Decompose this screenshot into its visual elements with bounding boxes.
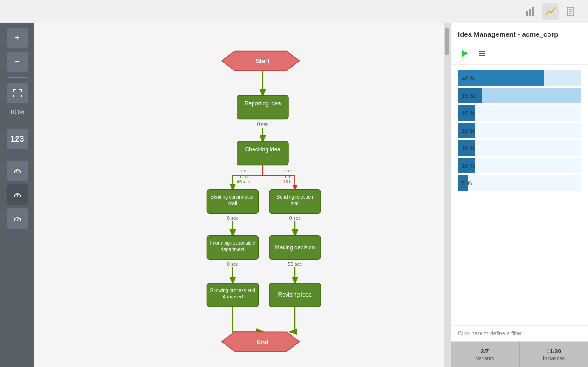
svg-text:Reporting idea: Reporting idea bbox=[244, 100, 281, 107]
zoom-in-btn[interactable]: + bbox=[7, 28, 28, 48]
list-button[interactable] bbox=[475, 47, 488, 60]
play-button[interactable] bbox=[458, 47, 471, 60]
svg-text:0 sec: 0 sec bbox=[289, 216, 301, 221]
svg-text:1 d: 1 d bbox=[284, 174, 290, 179]
svg-rect-18 bbox=[237, 141, 288, 165]
svg-line-10 bbox=[17, 218, 19, 221]
left-sidebar: + − 100% 123 bbox=[0, 23, 34, 367]
bar-label-5: 10 % bbox=[462, 145, 475, 152]
svg-point-3 bbox=[554, 7, 555, 9]
instances-count: 11/20 bbox=[546, 348, 561, 355]
bar-label-6: 10 % bbox=[462, 162, 475, 169]
svg-text:1 d: 1 d bbox=[240, 169, 246, 173]
bar-row-6[interactable]: 10 % bbox=[458, 158, 581, 173]
filter-link[interactable]: Click here to define a filter. bbox=[451, 325, 588, 341]
flowchart: Start Reporting idea 0 sec Checking idea… bbox=[34, 23, 444, 367]
speed-meter-btn-2[interactable] bbox=[7, 184, 28, 205]
bar-row-4[interactable]: 10 % bbox=[458, 123, 581, 138]
sidebar-sep-2 bbox=[8, 123, 27, 123]
main-area: + − 100% 123 bbox=[0, 23, 588, 367]
svg-text:department: department bbox=[221, 247, 245, 252]
svg-text:Informing responsible: Informing responsible bbox=[210, 241, 255, 246]
svg-text:Start: Start bbox=[256, 57, 270, 64]
fit-screen-btn[interactable] bbox=[7, 83, 28, 103]
document-toolbar-btn[interactable] bbox=[562, 3, 579, 20]
svg-text:Sending confirmation: Sending confirmation bbox=[210, 195, 255, 200]
svg-text:0 sec: 0 sec bbox=[227, 216, 238, 221]
canvas-scrollbar[interactable] bbox=[444, 23, 450, 367]
panel-toolbar bbox=[451, 42, 588, 65]
canvas-area[interactable]: Start Reporting idea 0 sec Checking idea… bbox=[34, 23, 450, 367]
svg-text:Showing process end: Showing process end bbox=[210, 288, 255, 293]
svg-text:0 sec: 0 sec bbox=[257, 122, 269, 127]
scrollbar-thumb[interactable] bbox=[445, 28, 449, 55]
svg-text:Revising idea: Revising idea bbox=[278, 292, 312, 298]
svg-text:55 sec: 55 sec bbox=[288, 262, 302, 267]
svg-rect-2 bbox=[532, 7, 534, 16]
sidebar-sep-1 bbox=[8, 77, 27, 78]
bar-row-2[interactable]: 15 % bbox=[458, 88, 581, 103]
bar-row-5[interactable]: 10 % bbox=[458, 140, 581, 156]
svg-text:17 h: 17 h bbox=[239, 174, 248, 179]
svg-rect-1 bbox=[529, 9, 531, 16]
bar-row-1[interactable]: 40 % bbox=[458, 70, 581, 86]
speed-meter-btn-3[interactable] bbox=[7, 208, 28, 229]
zoom-level: 100% bbox=[8, 107, 26, 117]
panel-title: Idea Management - acme_corp bbox=[451, 23, 588, 42]
instances-label: Instances bbox=[543, 356, 565, 361]
svg-text:1 w: 1 w bbox=[284, 169, 291, 173]
svg-line-8 bbox=[16, 170, 17, 173]
bar-chart-toolbar-btn[interactable] bbox=[522, 3, 538, 20]
bar-label-4: 10 % bbox=[462, 127, 475, 134]
numbers-btn[interactable]: 123 bbox=[7, 129, 28, 149]
speed-meter-btn-1[interactable] bbox=[7, 161, 28, 181]
bar-label-7: 5 % bbox=[462, 180, 472, 187]
svg-text:15 h: 15 h bbox=[283, 179, 291, 184]
bar-label-2: 15 % bbox=[462, 92, 475, 99]
bar-row-7[interactable]: 5 % bbox=[458, 175, 581, 191]
sidebar-sep-3 bbox=[8, 155, 27, 155]
variants-count: 2/7 bbox=[481, 348, 489, 355]
bar-row-3[interactable]: 10 % bbox=[458, 105, 581, 121]
instances-btn[interactable]: 11/20 Instances bbox=[520, 342, 588, 367]
variants-label: Variants bbox=[476, 356, 494, 361]
bar-label-3: 10 % bbox=[462, 110, 475, 117]
svg-text:mail: mail bbox=[291, 201, 300, 206]
svg-rect-0 bbox=[526, 11, 528, 16]
top-toolbar bbox=[0, 0, 588, 23]
svg-text:45 min: 45 min bbox=[237, 179, 250, 184]
zoom-out-btn[interactable]: − bbox=[7, 52, 28, 72]
right-panel: Idea Management - acme_corp 40 % bbox=[450, 23, 588, 367]
svg-text:Making decision: Making decision bbox=[275, 244, 315, 251]
bar-label-1: 40 % bbox=[462, 75, 475, 82]
trend-toolbar-btn[interactable] bbox=[542, 3, 559, 20]
svg-rect-14 bbox=[237, 95, 288, 119]
svg-marker-52 bbox=[462, 50, 468, 57]
panel-bars: 40 % 15 % 10 % 10 % 10 % 10 % bbox=[451, 65, 588, 325]
svg-text:0 sec: 0 sec bbox=[227, 262, 238, 267]
svg-text:End: End bbox=[257, 338, 269, 345]
svg-text:mail: mail bbox=[228, 201, 237, 206]
svg-text:Sending rejection: Sending rejection bbox=[277, 195, 313, 200]
svg-text:Checking idea: Checking idea bbox=[245, 146, 280, 153]
panel-footer: 2/7 Variants 11/20 Instances bbox=[451, 341, 588, 367]
svg-text:"Approved": "Approved" bbox=[221, 294, 245, 299]
variants-btn[interactable]: 2/7 Variants bbox=[451, 342, 520, 367]
